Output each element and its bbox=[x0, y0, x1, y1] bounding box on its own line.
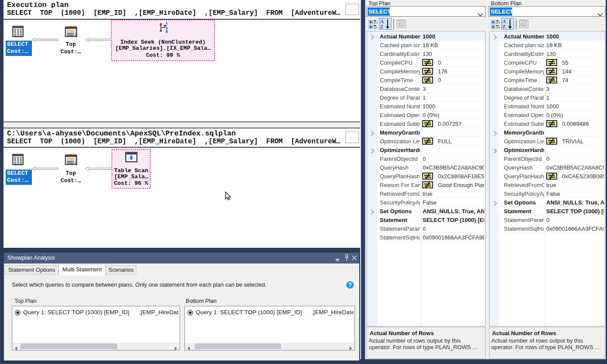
svg-text:?: ? bbox=[348, 281, 352, 288]
svg-text:Z: Z bbox=[502, 23, 506, 29]
svg-text:Z: Z bbox=[380, 23, 384, 29]
